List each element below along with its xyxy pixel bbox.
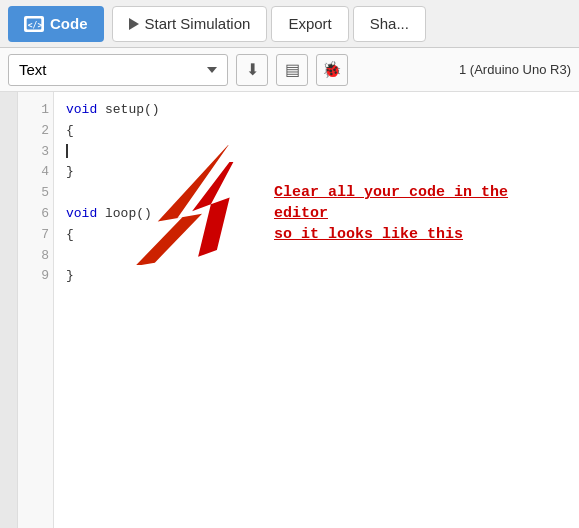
svg-text:</>: </> bbox=[28, 20, 42, 29]
print-button[interactable]: ▤ bbox=[276, 54, 308, 86]
print-icon: ▤ bbox=[285, 60, 300, 79]
top-bar: </> Code Start Simulation Export Sha... bbox=[0, 0, 579, 48]
left-sidebar bbox=[0, 92, 18, 528]
code-line-1: void setup() bbox=[66, 100, 567, 121]
toolbar-row: Text ⬇ ▤ 🐞 1 (Arduino Uno R3) bbox=[0, 48, 579, 92]
text-select-label: Text bbox=[19, 61, 47, 78]
code-line-7: { bbox=[66, 225, 567, 246]
download-button[interactable]: ⬇ bbox=[236, 54, 268, 86]
play-icon bbox=[129, 18, 139, 30]
line-number: 6 bbox=[22, 204, 49, 225]
text-mode-select[interactable]: Text bbox=[8, 54, 228, 86]
line-number: 9 bbox=[22, 266, 49, 287]
code-line-9: } bbox=[66, 266, 567, 287]
simulate-label: Start Simulation bbox=[145, 15, 251, 32]
code-icon: </> bbox=[24, 16, 44, 32]
chevron-down-icon bbox=[207, 67, 217, 73]
code-button[interactable]: </> Code bbox=[8, 6, 104, 42]
code-line-2: { bbox=[66, 121, 567, 142]
line-number: 3 bbox=[22, 142, 49, 163]
line-number: 4 bbox=[22, 162, 49, 183]
download-icon: ⬇ bbox=[246, 60, 259, 79]
share-label: Sha... bbox=[370, 15, 409, 32]
line-numbers: 1 2 3 4 5 6 7 8 9 bbox=[18, 92, 54, 528]
code-editor[interactable]: void setup() { } void loop() { } Clear a… bbox=[54, 92, 579, 528]
line-number: 2 bbox=[22, 121, 49, 142]
line-number: 5 bbox=[22, 183, 49, 204]
export-button[interactable]: Export bbox=[271, 6, 348, 42]
share-button[interactable]: Sha... bbox=[353, 6, 426, 42]
line-number: 8 bbox=[22, 246, 49, 267]
export-label: Export bbox=[288, 15, 331, 32]
code-line-3 bbox=[66, 142, 567, 163]
line-number: 1 bbox=[22, 100, 49, 121]
simulate-button[interactable]: Start Simulation bbox=[112, 6, 268, 42]
editor-area: 1 2 3 4 5 6 7 8 9 void setup() { } void … bbox=[0, 92, 579, 528]
code-label: Code bbox=[50, 15, 88, 32]
debug-button[interactable]: 🐞 bbox=[316, 54, 348, 86]
bug-icon: 🐞 bbox=[322, 60, 342, 79]
line-number: 7 bbox=[22, 225, 49, 246]
code-line-5 bbox=[66, 183, 567, 204]
code-line-8 bbox=[66, 246, 567, 267]
code-line-4: } bbox=[66, 162, 567, 183]
code-line-6: void loop() bbox=[66, 204, 567, 225]
device-label: 1 (Arduino Uno R3) bbox=[459, 62, 571, 77]
